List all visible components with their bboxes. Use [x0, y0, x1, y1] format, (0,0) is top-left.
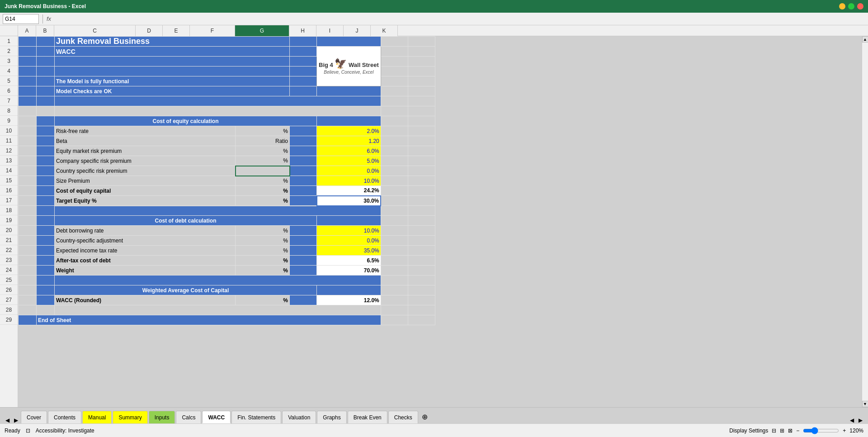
- cell-j13[interactable]: [381, 156, 408, 166]
- cell-j18[interactable]: [381, 206, 408, 216]
- cell-a21[interactable]: [19, 236, 37, 246]
- cell-c27[interactable]: WACC (Rounded): [55, 295, 236, 305]
- cell-a15[interactable]: [19, 176, 37, 186]
- cell-k16[interactable]: [408, 186, 435, 196]
- cell-c18[interactable]: [55, 206, 381, 216]
- cell-c23[interactable]: After-tax cost of debt: [55, 256, 236, 266]
- cell-i24[interactable]: 70.0%: [317, 266, 381, 276]
- cell-k2[interactable]: [408, 47, 435, 57]
- cell-j6[interactable]: [381, 86, 408, 96]
- cell-h4[interactable]: [290, 66, 317, 76]
- cell-c3[interactable]: [55, 57, 290, 66]
- row-25[interactable]: 25: [0, 275, 18, 285]
- cell-j10[interactable]: [381, 126, 408, 136]
- zoom-out-icon[interactable]: −: [796, 428, 799, 434]
- cell-i22[interactable]: 35.0%: [317, 246, 381, 256]
- cell-reference-input[interactable]: G14: [3, 14, 39, 24]
- row-12[interactable]: 12: [0, 146, 18, 156]
- cell-j21[interactable]: [381, 236, 408, 246]
- cell-c4[interactable]: [55, 66, 290, 76]
- cell-k3[interactable]: [408, 57, 435, 66]
- cell-c26[interactable]: Weighted Average Cost of Capital: [55, 285, 317, 295]
- cell-h2[interactable]: [290, 47, 317, 57]
- cell-j23[interactable]: [381, 256, 408, 266]
- cell-c20[interactable]: Debt borrowing rate: [55, 226, 236, 236]
- cell-k17[interactable]: [408, 196, 435, 206]
- cell-j24[interactable]: [381, 266, 408, 276]
- cell-h1[interactable]: [290, 37, 317, 47]
- cell-j26[interactable]: [381, 285, 408, 295]
- tab-calcs[interactable]: Calcs: [176, 411, 201, 423]
- cell-i1[interactable]: [317, 37, 381, 47]
- window-controls[interactable]: [839, 3, 863, 10]
- cell-h27[interactable]: [290, 295, 317, 305]
- cell-j19[interactable]: [381, 216, 408, 226]
- add-sheet-button[interactable]: ⊕: [419, 411, 430, 423]
- cell-k24[interactable]: [408, 266, 435, 276]
- tab-contents[interactable]: Contents: [48, 411, 81, 423]
- cell-j29[interactable]: [381, 315, 408, 325]
- row-8[interactable]: 8: [0, 106, 18, 116]
- cell-c8[interactable]: [55, 106, 381, 116]
- cell-k28[interactable]: [408, 305, 435, 315]
- cell-b22[interactable]: [37, 246, 55, 256]
- cell-b25[interactable]: [37, 276, 55, 285]
- cell-i9[interactable]: [317, 116, 381, 126]
- cell-b18[interactable]: [37, 206, 55, 216]
- cell-c16[interactable]: Cost of equity capital: [55, 186, 236, 196]
- maximize-button[interactable]: [848, 3, 854, 10]
- cell-c9[interactable]: Cost of equity calculation: [55, 116, 317, 126]
- cell-i17[interactable]: 30.0%: [317, 196, 381, 206]
- row-2[interactable]: 2: [0, 46, 18, 56]
- cell-b12[interactable]: [37, 146, 55, 156]
- cell-g27[interactable]: %: [236, 295, 290, 305]
- cell-i11[interactable]: 1.20: [317, 136, 381, 146]
- cell-k18[interactable]: [408, 206, 435, 216]
- cell-c28[interactable]: [55, 305, 381, 315]
- cell-j14[interactable]: [381, 166, 408, 176]
- cell-a11[interactable]: [19, 136, 37, 146]
- col-header-e[interactable]: E: [163, 25, 190, 36]
- cell-i23[interactable]: 6.5%: [317, 256, 381, 266]
- cell-a6[interactable]: [19, 86, 37, 96]
- col-header-a[interactable]: A: [18, 25, 36, 36]
- cell-h17[interactable]: [290, 196, 317, 206]
- cell-k20[interactable]: [408, 226, 435, 236]
- row-20[interactable]: 20: [0, 225, 18, 235]
- tab-break-even[interactable]: Break Even: [348, 411, 387, 423]
- cell-b14[interactable]: [37, 166, 55, 176]
- cell-j5[interactable]: [381, 76, 408, 86]
- cell-c13[interactable]: Company specific risk premium: [55, 156, 236, 166]
- cell-j3[interactable]: [381, 57, 408, 66]
- cell-g14[interactable]: [236, 166, 290, 176]
- row-17[interactable]: 17: [0, 195, 18, 205]
- cell-h24[interactable]: [290, 266, 317, 276]
- cell-c5[interactable]: The Model is fully functional: [55, 76, 290, 86]
- cell-g21[interactable]: %: [236, 236, 290, 246]
- row-3[interactable]: 3: [0, 56, 18, 66]
- cell-a7[interactable]: [19, 96, 37, 106]
- cell-i21[interactable]: 0.0%: [317, 236, 381, 246]
- cell-h11[interactable]: [290, 136, 317, 146]
- cell-a20[interactable]: [19, 226, 37, 236]
- cell-j27[interactable]: [381, 295, 408, 305]
- tab-cover[interactable]: Cover: [21, 411, 47, 423]
- cell-h12[interactable]: [290, 146, 317, 156]
- cell-c6[interactable]: Model Checks are OK: [55, 86, 290, 96]
- cell-a19[interactable]: [19, 216, 37, 226]
- cell-j4[interactable]: [381, 66, 408, 76]
- accessibility-label[interactable]: Accessibility: Investigate: [36, 428, 94, 434]
- cell-a4[interactable]: [19, 66, 37, 76]
- cell-b6[interactable]: [37, 86, 55, 96]
- row-5[interactable]: 5: [0, 76, 18, 86]
- col-header-k[interactable]: K: [371, 25, 398, 36]
- zoom-in-icon[interactable]: +: [843, 428, 846, 434]
- cell-g17[interactable]: %: [236, 196, 290, 206]
- cell-k25[interactable]: [408, 276, 435, 285]
- cell-j16[interactable]: [381, 186, 408, 196]
- cell-a8[interactable]: [19, 106, 37, 116]
- formula-input[interactable]: [55, 14, 865, 24]
- tab-graphs[interactable]: Graphs: [317, 411, 346, 423]
- cell-b7[interactable]: [37, 96, 55, 106]
- cell-b1[interactable]: [37, 37, 55, 47]
